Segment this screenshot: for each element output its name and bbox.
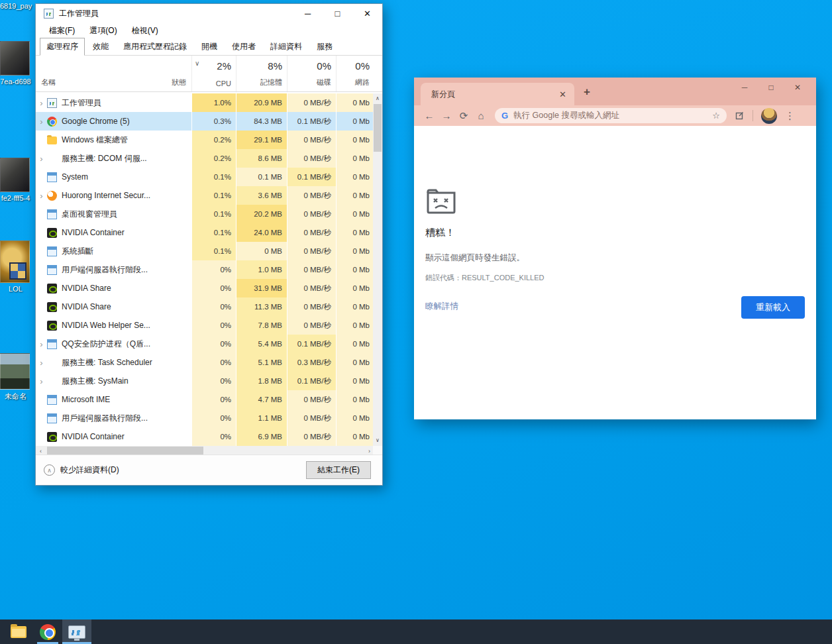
process-row[interactable]: ›服務主機: SysMain0%1.8 MB0.1 MB/秒0 Mb <box>36 372 374 390</box>
process-name-cell: Microsoft IME <box>36 390 191 409</box>
disk-cell: 0 MB/秒 <box>287 93 336 112</box>
disk-cell: 0 MB/秒 <box>287 279 336 297</box>
tab-close-icon[interactable]: ✕ <box>558 89 568 99</box>
window-icon <box>47 395 57 405</box>
process-row[interactable]: 用戶端伺服器執行階段...0%1.1 MB0 MB/秒0 Mb <box>36 409 374 427</box>
process-row[interactable]: 用戶端伺服器執行階段...0%1.0 MB0 MB/秒0 Mb <box>36 260 374 279</box>
task-manager-titlebar[interactable]: 工作管理員 ─ □ ✕ <box>36 4 382 23</box>
tab-item[interactable]: 效能 <box>86 38 115 56</box>
tab-item[interactable]: 開機 <box>195 38 224 56</box>
new-tab-button[interactable]: + <box>584 85 590 99</box>
cpu-cell: 0% <box>191 409 236 427</box>
maximize-button[interactable]: □ <box>323 4 352 23</box>
cpu-cell: 0.1% <box>191 168 236 186</box>
process-name: 用戶端伺服器執行階段... <box>62 413 148 424</box>
minimize-button[interactable]: ─ <box>731 79 758 96</box>
process-row[interactable]: 桌面視窗管理員0.1%20.2 MB0 MB/秒0 Mb <box>36 205 374 223</box>
column-memory[interactable]: 8% 記憶體 <box>236 56 287 91</box>
maximize-button[interactable]: □ <box>758 79 784 96</box>
process-row[interactable]: NVIDIA Share0%11.3 MB0 MB/秒0 Mb <box>36 297 374 316</box>
process-row[interactable]: NVIDIA Web Helper Se...0%7.8 MB0 MB/秒0 M… <box>36 316 374 335</box>
tab-item[interactable]: 使用者 <box>225 38 262 56</box>
process-row[interactable]: NVIDIA Container0.1%24.0 MB0 MB/秒0 Mb <box>36 223 374 242</box>
process-row[interactable]: 系統插斷0.1%0 MB0 MB/秒0 Mb <box>36 242 374 260</box>
desktop-icon[interactable]: LOL <box>0 241 31 293</box>
address-bar[interactable]: G 執行 Google 搜尋或輸入網址 ☆ <box>495 108 727 123</box>
vertical-scrollbar[interactable]: ∧ ∨ <box>373 93 382 446</box>
column-status[interactable]: 狀態 <box>172 78 186 87</box>
expand-chevron-icon[interactable]: › <box>36 339 47 349</box>
reload-button[interactable]: 重新載入 <box>741 296 805 319</box>
learn-more-link[interactable]: 瞭解詳情 <box>425 301 458 312</box>
process-row[interactable]: Windows 檔案總管0.2%29.1 MB0 MB/秒0 Mb <box>36 131 374 149</box>
profile-avatar[interactable] <box>761 108 777 124</box>
reload-icon[interactable]: ⟳ <box>455 110 472 122</box>
back-icon[interactable]: ← <box>421 110 438 121</box>
taskbar-button-task-manager[interactable] <box>62 619 91 644</box>
taskbar-button-file-explorer[interactable] <box>4 619 33 644</box>
network-cell: 0 Mb <box>336 149 374 168</box>
process-row[interactable]: NVIDIA Share0%31.9 MB0 MB/秒0 Mb <box>36 279 374 297</box>
tab-item[interactable]: 詳細資料 <box>264 38 309 56</box>
fewer-details-toggle[interactable]: 較少詳細資料(D) <box>60 464 119 476</box>
window-icon <box>47 172 57 182</box>
process-row[interactable]: ›工作管理員1.0%20.9 MB0 MB/秒0 Mb <box>36 93 374 112</box>
disk-cell: 0 MB/秒 <box>287 149 336 168</box>
process-row[interactable]: ›QQ安全防护进程（Q盾...0%5.4 MB0.1 MB/秒0 Mb <box>36 335 374 353</box>
desktop-icon[interactable]: 6819_pay <box>0 0 31 10</box>
process-row[interactable]: ›服務主機: Task Scheduler0%5.1 MB0.3 MB/秒0 M… <box>36 353 374 372</box>
chrome-titlebar[interactable]: 新分頁 ✕ + ─ □ ✕ <box>414 78 816 105</box>
tab-item[interactable]: 服務 <box>310 38 339 56</box>
disk-total: 0% <box>317 60 331 72</box>
desktop-icon-label: fe2-fff5-4 <box>0 194 31 202</box>
taskbar-button-chrome[interactable] <box>33 619 62 644</box>
process-row[interactable]: System0.1%0.1 MB0.1 MB/秒0 Mb <box>36 168 374 186</box>
desktop-icon-label: 6819_pay <box>0 2 31 10</box>
forward-icon[interactable]: → <box>438 110 455 121</box>
close-button[interactable]: ✕ <box>352 4 382 23</box>
browser-tab[interactable]: 新分頁 ✕ <box>421 83 574 105</box>
cpu-cell: 0% <box>191 427 236 446</box>
column-cpu[interactable]: 2% CPU <box>191 56 236 91</box>
huorong-icon <box>47 191 57 201</box>
menu-item[interactable]: 選項(O) <box>83 23 123 38</box>
disk-cell: 0 MB/秒 <box>287 131 336 149</box>
process-row[interactable]: Microsoft IME0%4.7 MB0 MB/秒0 Mb <box>36 390 374 409</box>
window-icon <box>47 246 57 256</box>
error-title: 糟糕！ <box>425 227 455 239</box>
expand-chevron-icon[interactable]: › <box>36 154 47 164</box>
expand-chevron-icon[interactable]: › <box>36 117 47 127</box>
process-row[interactable]: NVIDIA Container0%6.9 MB0 MB/秒0 Mb <box>36 427 374 446</box>
column-name[interactable]: 名稱 <box>41 78 56 87</box>
desktop-icon-label: LOL <box>0 285 31 293</box>
column-disk[interactable]: 0% 磁碟 <box>287 56 336 91</box>
tab-item[interactable]: 應用程式歷程記錄 <box>117 38 193 56</box>
scroll-up-icon[interactable]: ∧ <box>373 93 382 104</box>
bookmark-star-icon[interactable]: ☆ <box>712 111 720 121</box>
scroll-left-icon[interactable]: ‹ <box>36 448 46 455</box>
collapse-circle-icon[interactable]: ∧ <box>44 464 55 476</box>
vertical-scroll-thumb[interactable] <box>374 104 382 152</box>
expand-chevron-icon[interactable]: › <box>36 191 47 201</box>
send-to-device-icon[interactable] <box>735 111 745 121</box>
end-task-button[interactable]: 結束工作(E) <box>306 461 371 479</box>
process-row[interactable]: ›Huorong Internet Secur...0.1%3.6 MB0 MB… <box>36 186 374 205</box>
process-name-cell: NVIDIA Share <box>36 279 191 297</box>
home-icon[interactable]: ⌂ <box>472 110 490 121</box>
menu-item[interactable]: 檢視(V) <box>125 23 165 38</box>
expand-chevron-icon[interactable]: › <box>36 358 47 368</box>
desktop-icon[interactable]: 未命名 <box>0 353 31 402</box>
scroll-down-icon[interactable]: ∨ <box>373 435 382 446</box>
desktop-icon[interactable]: fe2-fff5-4 <box>0 158 31 202</box>
desktop-icon[interactable]: 7ea-d698 <box>0 41 31 85</box>
tab-active[interactable]: 處理程序 <box>40 38 85 56</box>
close-button[interactable]: ✕ <box>784 79 811 96</box>
process-row[interactable]: ›Google Chrome (5)0.3%84.3 MB0.1 MB/秒0 M… <box>36 112 374 131</box>
menu-kebab-icon[interactable]: ⋮ <box>785 110 795 122</box>
minimize-button[interactable]: ─ <box>293 4 323 23</box>
process-row[interactable]: ›服務主機: DCOM 伺服...0.2%8.6 MB0 MB/秒0 Mb <box>36 149 374 168</box>
expand-chevron-icon[interactable]: › <box>36 376 47 386</box>
expand-chevron-icon[interactable]: › <box>36 98 47 108</box>
column-network[interactable]: 0% 網路 <box>336 56 374 91</box>
menu-item[interactable]: 檔案(F) <box>42 23 81 38</box>
